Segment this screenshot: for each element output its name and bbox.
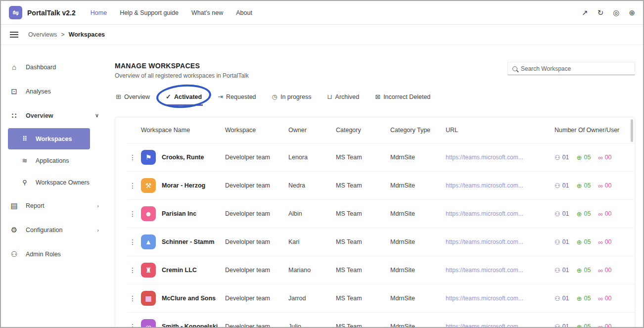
status-tabs: ⊞ Overview ✓ Activated ⇥ Requested ◷ In … [115,89,635,106]
sidebar-item-workspace-owners[interactable]: ⚲ Workspace Owners [8,172,90,193]
members-globe-icon: ⊕ [577,210,582,218]
nav-whats-new[interactable]: What's new [191,9,223,16]
nav-home[interactable]: Home [91,9,107,16]
category-type: MdrnSite [390,210,446,217]
row-menu-button[interactable]: ⋮ [127,265,140,275]
column-header-number-of-owner-user[interactable]: Number Of Owner/User [554,127,635,134]
table-row: ⋮ ⚒ Morar - Herzog Develolper team Nedra… [127,171,635,199]
workspace-url-link[interactable]: https://teams.microsoft.com... [446,154,554,161]
members-globe-icon: ⊕ [577,295,582,302]
sidebar-item-configuration[interactable]: ⚙ Configuration › [1,218,108,242]
breadcrumb-parent[interactable]: Overviews [28,31,57,38]
category: MS Team [336,323,390,327]
tab-archived[interactable]: ⊔ Archived [326,89,360,106]
workspace-name[interactable]: Parisian Inc [162,210,196,217]
tab-requested[interactable]: ⇥ Requested [217,89,257,106]
globe-icon[interactable]: ⊕ [629,8,635,17]
category-type: MdrnSite [390,238,446,245]
refresh-icon[interactable]: ↻ [598,8,604,17]
workspace-name[interactable]: Crooks, Runte [162,154,204,161]
links-count: 00 [605,154,612,161]
page-title: MANAGE WORKSPACES [115,62,249,70]
search-input[interactable] [521,65,630,72]
layers-icon: ≋ [21,157,29,164]
column-header-owner[interactable]: Owner [288,127,336,134]
sidebar-item-applications[interactable]: ≋ Applications [8,150,90,171]
row-menu-button[interactable]: ⋮ [127,322,140,327]
nav-help-support[interactable]: Help & Support guide [120,9,179,16]
owners-people-icon: ⚇ [554,154,560,161]
sidebar-item-overview[interactable]: ∷ Overview ∨ [1,103,108,128]
owner-user-counts: ⚇ 01 ⊕ 05 ∞ 00 [554,323,635,328]
updates-icon[interactable]: ◎ [613,8,619,17]
members-count: 05 [584,154,591,161]
gear-icon: ⚙ [10,226,18,234]
table-row: ⋮ ∞ Smith - Konopelski Develolper team J… [127,312,635,327]
breadcrumb-bar: Overviews > Workspaces [1,25,643,45]
sidebar-item-workspaces[interactable]: ⠿ Workspaces [8,128,90,149]
app-title: PortalTalk v2.2 [27,9,76,17]
open-in-new-icon[interactable]: ↗ [582,8,588,17]
workspace-name[interactable]: Morar - Herzog [162,182,205,189]
monitor-icon: ⊡ [10,87,18,96]
main-content: MANAGE WORKSPACES Overview of all regist… [108,45,643,327]
sidebar-item-admin-roles[interactable]: ⚇ Admin Roles [1,242,108,266]
column-header-category[interactable]: Category [336,127,390,134]
table-row: ⋮ ☻ Parisian Inc Develolper team Albin M… [127,199,635,228]
links-icon: ∞ [598,182,602,189]
owner-user-counts: ⚇ 01 ⊕ 05 ∞ 00 [554,182,635,189]
tab-overview[interactable]: ⊞ Overview [115,89,151,106]
tab-label: Overview [124,94,150,100]
sidebar-item-label: Applications [36,157,69,164]
sidebar-item-label: Dashboard [26,64,56,71]
category: MS Team [336,295,390,302]
sidebar-item-report[interactable]: ▤ Report › [1,193,108,218]
workspace-url-link[interactable]: https://teams.microsoft.com... [446,295,554,302]
top-bar-icons: ↗ ↻ ◎ ⊕ [582,8,635,17]
sidebar-item-label: Workspaces [36,136,72,142]
column-header-url[interactable]: URL [446,127,554,134]
row-menu-button[interactable]: ⋮ [127,209,140,219]
category-type: MdrnSite [390,154,446,161]
column-header-workspace-name[interactable]: Workspace Name [141,127,225,134]
owners-people-icon: ⚇ [554,182,560,189]
sidebar-item-analyses[interactable]: ⊡ Analyses [1,79,108,103]
owners-count: 01 [562,238,569,245]
workspace-name[interactable]: Cremin LLC [162,267,197,274]
hamburger-menu-icon[interactable] [10,34,18,35]
tab-activated[interactable]: ✓ Activated [165,89,203,106]
top-bar: ⇋ PortalTalk v2.2 Home Help & Support gu… [1,1,643,25]
sidebar-item-dashboard[interactable]: ⌂ Dashboard [1,55,108,79]
owners-count: 01 [562,267,569,274]
workspace-name[interactable]: Schinner - Stamm [162,238,214,245]
workspace-url-link[interactable]: https://teams.microsoft.com... [446,210,554,217]
tab-label: In progress [280,94,312,100]
category: MS Team [336,267,390,274]
breadcrumb-current: Workspaces [69,31,105,38]
workspace-url-link[interactable]: https://teams.microsoft.com... [446,182,554,189]
row-menu-button[interactable]: ⋮ [127,181,140,190]
workspace-search-box[interactable] [507,62,635,75]
row-menu-button[interactable]: ⋮ [127,152,140,162]
owner-user-counts: ⚇ 01 ⊕ 05 ∞ 00 [554,238,635,246]
tab-incorrect-deleted[interactable]: ⊠ Incorrect Deleted [374,89,431,106]
tab-label: Requested [226,94,256,100]
grid-icon: ∷ [10,111,18,120]
column-header-category-type[interactable]: Category Type [390,127,446,134]
owners-people-icon: ⚇ [554,238,560,246]
workspace-url-link[interactable]: https://teams.microsoft.com... [446,267,554,274]
workspace-name[interactable]: McClure and Sons [162,295,216,302]
row-menu-button[interactable]: ⋮ [127,293,140,303]
members-globe-icon: ⊕ [577,154,582,161]
workspace-url-link[interactable]: https://teams.microsoft.com... [446,323,554,327]
workspace-name[interactable]: Smith - Konopelski [162,323,218,327]
table-scrollbar[interactable] [631,119,633,142]
members-count: 05 [584,238,591,245]
breadcrumb: Overviews > Workspaces [28,31,105,38]
table-row: ⋮ ▲ Schinner - Stamm Develolper team Kar… [127,228,635,256]
nav-about[interactable]: About [236,9,252,16]
column-header-workspace[interactable]: Workspace [225,127,288,134]
workspace-url-link[interactable]: https://teams.microsoft.com... [446,238,554,245]
tab-in-progress[interactable]: ◷ In progress [271,89,313,106]
row-menu-button[interactable]: ⋮ [127,237,140,247]
